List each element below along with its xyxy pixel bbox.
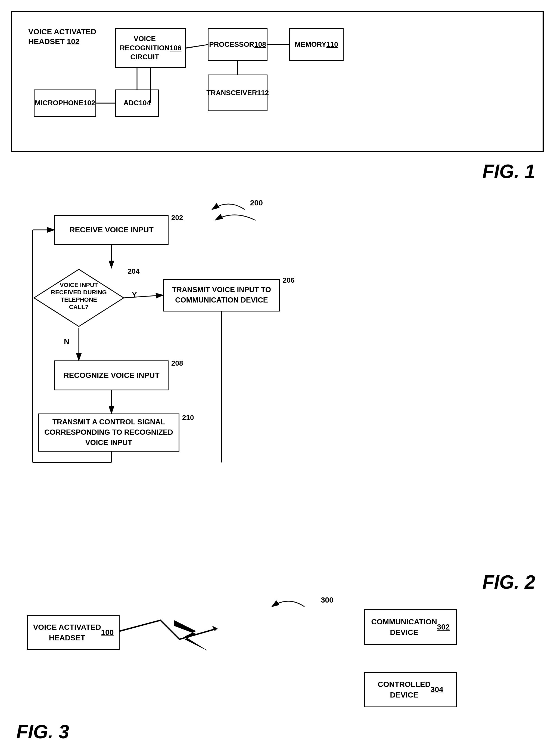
- svg-marker-36: [212, 626, 217, 631]
- trans-block: TRANSCEIVER112: [208, 75, 267, 111]
- svg-text:RECEIVED DURING: RECEIVED DURING: [51, 289, 107, 296]
- diamond-204: VOICE INPUT RECEIVED DURING TELEPHONE CA…: [33, 268, 109, 323]
- label-y: Y: [132, 290, 137, 299]
- label-n: N: [64, 337, 69, 346]
- svg-line-0: [186, 45, 208, 48]
- proc-block: PROCESSOR108: [208, 28, 267, 61]
- fig3-controlled-block: CONTROLLEDDEVICE 304: [364, 672, 457, 707]
- mem-block: MEMORY110: [289, 28, 344, 61]
- mic-block: MICROPHONE 102: [34, 89, 96, 117]
- fig3-comm-block: COMMUNICATIONDEVICE 302: [364, 609, 457, 645]
- ref204: 204: [128, 267, 140, 276]
- fig3-caption: FIG. 3: [16, 721, 69, 743]
- fig3-headset-block: VOICE ACTIVATEDHEADSET 100: [27, 615, 120, 650]
- recognize-block: RECOGNIZE VOICE INPUT: [54, 360, 169, 390]
- ref202: 202: [171, 214, 183, 222]
- svg-text:VOICE INPUT: VOICE INPUT: [60, 282, 98, 288]
- svg-line-8: [186, 45, 208, 48]
- svg-marker-35: [174, 620, 207, 650]
- fig3-area: 300 VOICE ACTIVATEDHEADSET 100 COMMUNICA…: [11, 593, 544, 746]
- receive-block: RECEIVE VOICE INPUT: [54, 215, 169, 245]
- fig2-ref200: 200: [250, 199, 263, 207]
- ref208: 208: [171, 359, 183, 367]
- ref210: 210: [182, 414, 194, 422]
- svg-text:CALL?: CALL?: [69, 304, 89, 310]
- ref206: 206: [283, 276, 294, 284]
- fig2-200-arrow: [174, 196, 283, 218]
- transmit-voice-block: TRANSMIT VOICE INPUT TOCOMMUNICATION DEV…: [163, 279, 280, 311]
- fig2-caption: FIG. 2: [482, 571, 535, 593]
- svg-line-25: [124, 295, 163, 298]
- svg-text:TELEPHONE: TELEPHONE: [61, 296, 97, 303]
- fig2-ref200-arrow: [11, 204, 544, 580]
- diamond-svg: VOICE INPUT RECEIVED DURING TELEPHONE CA…: [33, 268, 125, 328]
- fig1-container: VOICE ACTIVATEDHEADSET 102 VOICERECOGNIT…: [11, 11, 544, 152]
- fig3-ref300: 300: [321, 596, 333, 605]
- fig1-title: VOICE ACTIVATEDHEADSET 102: [28, 27, 96, 47]
- vrc-block: VOICERECOGNITIONCIRCUIT 106: [115, 28, 186, 68]
- adc-block: ADC 104: [115, 89, 159, 117]
- fig1-caption: FIG. 1: [482, 161, 535, 182]
- fig2-area: 200 RECEIVE VOICE INPUT 202 VOICE INPUT …: [11, 196, 544, 571]
- transmit-ctrl-block: TRANSMIT A CONTROL SIGNALCORRESPONDING T…: [38, 414, 179, 452]
